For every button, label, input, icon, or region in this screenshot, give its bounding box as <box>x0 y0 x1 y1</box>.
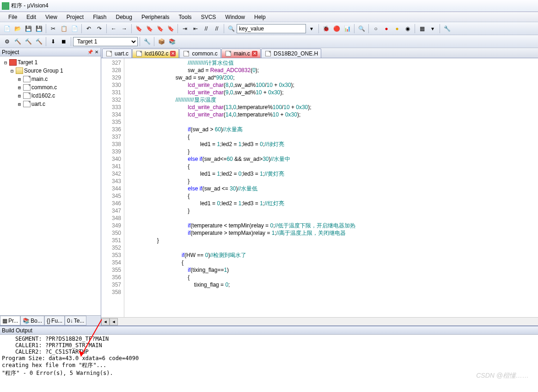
options-icon[interactable]: 🔧 <box>142 37 152 47</box>
folder-icon <box>16 67 23 74</box>
menu-help[interactable]: Help <box>250 13 270 21</box>
tree-toggle-icon[interactable]: ⊞ <box>17 93 22 98</box>
tab-label: Fu... <box>51 318 62 324</box>
tree-toggle-icon[interactable]: ⊞ <box>17 85 22 90</box>
menu-debug[interactable]: Debug <box>111 13 137 21</box>
file-tab[interactable]: common.c <box>179 49 220 58</box>
tree-target[interactable]: ⊟ Target 1 <box>2 58 99 67</box>
cut-icon[interactable]: ✂ <box>48 24 58 34</box>
bookmark-prev-icon[interactable]: 🔖 <box>144 24 154 34</box>
scroll-left-icon[interactable]: ◄ <box>101 318 110 325</box>
tree-toggle-icon[interactable]: ⊞ <box>17 102 22 107</box>
menu-svcs[interactable]: SVCS <box>196 13 221 21</box>
tab-icon: 📚 <box>23 318 30 324</box>
close-panel-icon[interactable]: ✕ <box>93 49 100 55</box>
menu-window[interactable]: Window <box>220 13 250 21</box>
c-file-icon <box>265 51 271 56</box>
tree-group[interactable]: ⊟ Source Group 1 <box>2 67 99 75</box>
undo-icon[interactable]: ↶ <box>84 24 94 34</box>
outdent-icon[interactable]: ⇤ <box>190 24 201 34</box>
project-tab[interactable]: 📚Bo... <box>20 316 44 325</box>
bookmark-icon[interactable]: 🔖 <box>134 24 144 34</box>
redo-icon[interactable]: ↷ <box>94 24 104 34</box>
nav-back-icon[interactable]: ← <box>109 24 119 34</box>
tree-target-label: Target 1 <box>18 59 37 66</box>
project-panel-tabs: ▦Pr...📚Bo...{}Fu...0↓Te... <box>0 315 101 325</box>
code-content[interactable]: ////////////计算水位值 sw_ad = Read_ADC0832(0… <box>124 58 538 317</box>
tree-file[interactable]: ⊞main.c <box>2 75 99 83</box>
close-tab-icon[interactable]: ✕ <box>170 51 176 56</box>
build-output-body[interactable]: SEGMENT: ?PR?DS18B20_TF?MAIN CALLER1: ?P… <box>0 335 538 392</box>
save-icon[interactable]: 💾 <box>23 24 33 34</box>
download-icon[interactable]: ⬇ <box>48 37 58 47</box>
debug-icon[interactable]: 🐞 <box>321 24 331 34</box>
horizontal-scrollbar[interactable]: ◄ ◄ <box>101 317 538 325</box>
tree-file[interactable]: ⊞uart.c <box>2 100 99 108</box>
trace-icon[interactable]: 📊 <box>342 24 352 34</box>
build-output-title: Build Output <box>2 327 32 334</box>
manage-icon[interactable]: 📦 <box>156 37 166 47</box>
target-select[interactable]: Target 1 <box>73 37 138 46</box>
open-file-icon[interactable]: 📂 <box>12 24 23 34</box>
tree-toggle-icon[interactable]: ⊞ <box>17 77 22 82</box>
menu-flash[interactable]: Flash <box>88 13 111 21</box>
paste-icon[interactable]: 📄 <box>69 24 79 34</box>
menu-view[interactable]: View <box>41 13 62 21</box>
save-all-icon[interactable]: 💾 <box>34 24 44 34</box>
menu-project[interactable]: Project <box>62 13 88 21</box>
rebuild-icon[interactable]: 🔨 <box>23 37 33 47</box>
copy-icon[interactable]: 📋 <box>59 24 69 34</box>
project-tab[interactable]: ▦Pr... <box>0 316 20 325</box>
close-tab-icon[interactable]: ✕ <box>252 51 257 56</box>
find-input[interactable] <box>237 24 306 33</box>
scroll-left2-icon[interactable]: ◄ <box>110 318 118 325</box>
rec-multi-icon[interactable]: ◉ <box>403 24 413 34</box>
menu-file[interactable]: File <box>4 13 22 21</box>
tab-label: Te... <box>74 318 85 324</box>
books-icon[interactable]: 📚 <box>167 37 177 47</box>
build-target-icon[interactable]: ⚙ <box>2 37 12 47</box>
tree-file[interactable]: ⊞common.c <box>2 83 99 92</box>
breakpoint-icon[interactable]: 🔴 <box>331 24 342 34</box>
build-output-panel: Build Output SEGMENT: ?PR?DS18B20_TF?MAI… <box>0 325 538 392</box>
stop-build-icon[interactable]: ⏹ <box>59 37 69 47</box>
tree-file[interactable]: ⊞lcd1602.c <box>2 92 99 100</box>
file-tab[interactable]: main.c✕ <box>221 49 261 58</box>
tree-toggle-icon[interactable]: ⊟ <box>9 68 15 74</box>
pin-icon[interactable]: 📌 <box>87 49 93 55</box>
wrench-icon[interactable]: 🔧 <box>442 24 452 34</box>
window-layout-dd-icon[interactable]: ▾ <box>428 24 438 34</box>
tree-toggle-icon[interactable]: ⊟ <box>3 60 8 65</box>
target-icon <box>9 59 17 66</box>
uncomment-icon[interactable]: // <box>212 24 222 34</box>
toolbar-1: 📄 📂 💾 💾 ✂ 📋 📄 ↶ ↷ ← → 🔖 🔖 🔖 🔖 ⇥ ⇤ // // … <box>0 22 538 35</box>
bookmark-next-icon[interactable]: 🔖 <box>155 24 165 34</box>
new-file-icon[interactable]: 📄 <box>2 24 12 34</box>
batch-build-icon[interactable]: 🔨 <box>34 37 44 47</box>
find-icon[interactable]: 🔍 <box>226 24 236 34</box>
rec-yellow-icon[interactable]: ● <box>392 24 402 34</box>
window-layout-icon[interactable]: ▦ <box>417 24 427 34</box>
nav-fwd-icon[interactable]: → <box>119 24 129 34</box>
project-tab[interactable]: {}Fu... <box>44 316 65 325</box>
file-tab-label: uart.c <box>115 50 128 57</box>
rec-red-icon[interactable]: ● <box>381 24 391 34</box>
file-tab[interactable]: lcd1602.c✕ <box>132 49 179 58</box>
file-tab[interactable]: DS18B20_ONE.H <box>261 49 321 58</box>
menu-edit[interactable]: Edit <box>22 13 41 21</box>
find-dropdown-icon[interactable]: ▾ <box>306 24 317 34</box>
comment-icon[interactable]: // <box>201 24 211 34</box>
code-editor[interactable]: 327 328 329 330 331 332 333 334 335 336 … <box>101 58 538 317</box>
indent-icon[interactable]: ⇥ <box>180 24 190 34</box>
build-icon[interactable]: 🔨 <box>12 37 23 47</box>
c-file-icon <box>23 76 31 82</box>
file-tab[interactable]: uart.c <box>102 49 132 58</box>
zoom-icon[interactable]: 🔍 <box>356 24 367 34</box>
project-tab[interactable]: 0↓Te... <box>65 316 86 325</box>
menu-tools[interactable]: Tools <box>174 13 196 21</box>
file-tab-label: lcd1602.c <box>145 50 168 57</box>
menu-peripherals[interactable]: Peripherals <box>137 13 174 21</box>
tab-icon: {} <box>47 318 50 324</box>
rec-white-icon[interactable]: ○ <box>371 24 381 34</box>
bookmark-clear-icon[interactable]: 🔖 <box>165 24 176 34</box>
